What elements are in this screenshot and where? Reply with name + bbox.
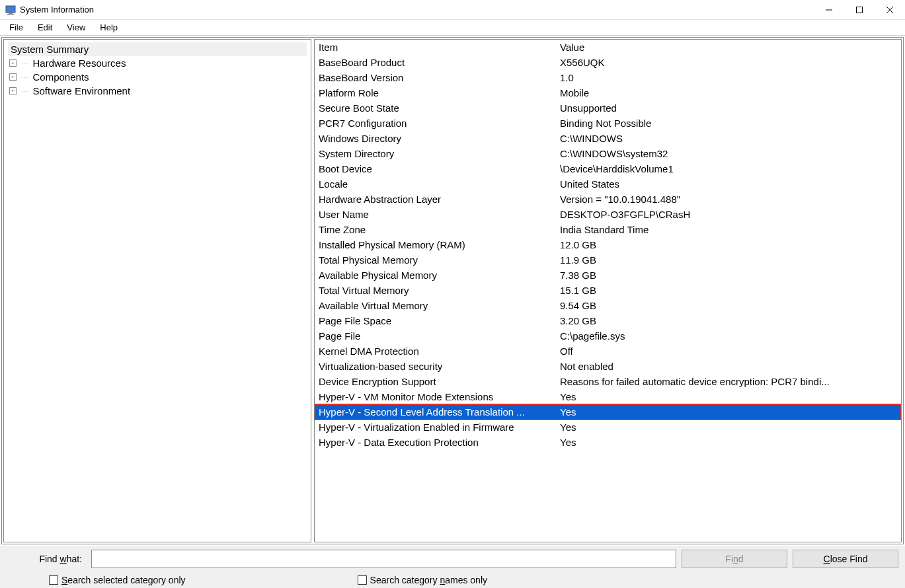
- tree-node-label: Software Environment: [33, 85, 131, 96]
- header-item[interactable]: Item: [315, 40, 556, 55]
- cell-item: BaseBoard Version: [315, 70, 556, 85]
- window-controls: [814, 0, 905, 20]
- table-row[interactable]: Boot Device\Device\HarddiskVolume1: [315, 161, 901, 176]
- tree-node[interactable]: +···Software Environment: [8, 84, 307, 98]
- cell-value: \Device\HarddiskVolume1: [556, 161, 901, 176]
- table-row[interactable]: Total Physical Memory11.9 GB: [315, 252, 901, 268]
- menu-view[interactable]: View: [60, 21, 92, 34]
- table-row[interactable]: Hyper-V - Data Execution ProtectionYes: [315, 435, 901, 450]
- maximize-button[interactable]: [844, 0, 875, 20]
- tree-node[interactable]: +···Hardware Resources: [8, 56, 307, 70]
- cell-item: Total Physical Memory: [315, 252, 556, 268]
- find-input[interactable]: [91, 550, 676, 568]
- table-row[interactable]: Device Encryption SupportReasons for fai…: [315, 374, 901, 389]
- table-row[interactable]: User NameDESKTOP-O3FGFLP\CRasH: [315, 207, 901, 222]
- tree-node[interactable]: +···Components: [8, 70, 307, 84]
- cell-item: System Directory: [315, 146, 556, 161]
- cell-value: 1.0: [556, 70, 901, 85]
- table-row[interactable]: Page File Space3.20 GB: [315, 313, 901, 328]
- table-row[interactable]: Available Virtual Memory9.54 GB: [315, 298, 901, 313]
- titlebar: System Information: [0, 0, 905, 20]
- table-row[interactable]: PCR7 ConfigurationBinding Not Possible: [315, 116, 901, 131]
- cell-item: Available Physical Memory: [315, 268, 556, 283]
- tree-node-label: Components: [33, 71, 89, 83]
- cell-item: PCR7 Configuration: [315, 116, 556, 131]
- menu-help[interactable]: Help: [93, 21, 124, 34]
- menu-file[interactable]: File: [3, 21, 30, 34]
- find-label: Find what:: [7, 554, 86, 564]
- details-pane[interactable]: Item Value BaseBoard ProductX556UQKBaseB…: [314, 39, 902, 542]
- cell-value: Mobile: [556, 85, 901, 100]
- cell-item: Installed Physical Memory (RAM): [315, 237, 556, 252]
- svg-rect-2: [7, 14, 14, 15]
- header-value[interactable]: Value: [556, 40, 901, 55]
- close-button[interactable]: [875, 0, 905, 20]
- cell-item: Page File: [315, 328, 556, 344]
- cell-item: Platform Role: [315, 85, 556, 100]
- cell-value: C:\WINDOWS\system32: [556, 146, 901, 161]
- expand-icon[interactable]: +: [9, 59, 17, 67]
- cell-value: 15.1 GB: [556, 283, 901, 298]
- table-row[interactable]: Available Physical Memory7.38 GB: [315, 268, 901, 283]
- tree-system-summary[interactable]: System Summary: [8, 42, 307, 56]
- checkbox-icon: [49, 575, 58, 585]
- table-row[interactable]: Installed Physical Memory (RAM)12.0 GB: [315, 237, 901, 252]
- window-title: System Information: [20, 5, 94, 15]
- table-row[interactable]: Secure Boot StateUnsupported: [315, 100, 901, 116]
- tree-pane[interactable]: System Summary +···Hardware Resources+··…: [3, 39, 311, 542]
- table-row[interactable]: BaseBoard ProductX556UQK: [315, 55, 901, 70]
- menu-edit[interactable]: Edit: [31, 21, 59, 34]
- table-row[interactable]: System DirectoryC:\WINDOWS\system32: [315, 146, 901, 161]
- table-row[interactable]: Time ZoneIndia Standard Time: [315, 222, 901, 237]
- close-find-button[interactable]: Close Find: [793, 550, 898, 568]
- cell-item: Hardware Abstraction Layer: [315, 192, 556, 207]
- table-row[interactable]: Hyper-V - Virtualization Enabled in Firm…: [315, 420, 901, 435]
- table-row[interactable]: Kernel DMA ProtectionOff: [315, 344, 901, 359]
- cell-item: Boot Device: [315, 161, 556, 176]
- table-row[interactable]: Hyper-V - VM Monitor Mode ExtensionsYes: [315, 389, 901, 404]
- svg-rect-1: [9, 13, 13, 14]
- table-row[interactable]: Platform RoleMobile: [315, 85, 901, 100]
- search-category-names-checkbox[interactable]: Search category names only: [358, 575, 487, 585]
- cell-item: BaseBoard Product: [315, 55, 556, 70]
- search-selected-category-checkbox[interactable]: Search selected category only: [49, 575, 186, 585]
- table-header-row[interactable]: Item Value: [315, 40, 901, 55]
- minimize-button[interactable]: [814, 0, 844, 20]
- expand-icon[interactable]: +: [9, 73, 17, 81]
- cell-value: Binding Not Possible: [556, 116, 901, 131]
- cell-value: C:\pagefile.sys: [556, 328, 901, 344]
- table-row[interactable]: Hyper-V - Second Level Address Translati…: [315, 404, 901, 420]
- table-row[interactable]: LocaleUnited States: [315, 176, 901, 192]
- cell-value: Yes: [556, 389, 901, 404]
- cell-value: X556UQK: [556, 55, 901, 70]
- cell-item: Locale: [315, 176, 556, 192]
- cell-item: Hyper-V - VM Monitor Mode Extensions: [315, 389, 556, 404]
- cell-item: Virtualization-based security: [315, 359, 556, 374]
- cell-item: Hyper-V - Second Level Address Translati…: [315, 404, 556, 420]
- cell-value: Yes: [556, 435, 901, 450]
- table-row[interactable]: Page FileC:\pagefile.sys: [315, 328, 901, 344]
- table-row[interactable]: Hardware Abstraction LayerVersion = "10.…: [315, 192, 901, 207]
- cell-item: User Name: [315, 207, 556, 222]
- cell-value: Yes: [556, 404, 901, 420]
- table-row[interactable]: BaseBoard Version1.0: [315, 70, 901, 85]
- cell-value: Yes: [556, 420, 901, 435]
- cell-value: Not enabled: [556, 359, 901, 374]
- cell-value: India Standard Time: [556, 222, 901, 237]
- app-icon: [5, 5, 16, 15]
- table-row[interactable]: Windows DirectoryC:\WINDOWS: [315, 131, 901, 146]
- expand-icon[interactable]: +: [9, 87, 17, 94]
- cell-item: Total Virtual Memory: [315, 283, 556, 298]
- table-row[interactable]: Virtualization-based securityNot enabled: [315, 359, 901, 374]
- cell-item: Available Virtual Memory: [315, 298, 556, 313]
- cell-value: 12.0 GB: [556, 237, 901, 252]
- table-row[interactable]: Total Virtual Memory15.1 GB: [315, 283, 901, 298]
- cell-value: Off: [556, 344, 901, 359]
- tree-node-label: Hardware Resources: [33, 57, 126, 69]
- cell-value: 3.20 GB: [556, 313, 901, 328]
- cell-value: DESKTOP-O3FGFLP\CRasH: [556, 207, 901, 222]
- checkbox-icon: [358, 575, 367, 585]
- cell-value: Unsupported: [556, 100, 901, 116]
- find-button[interactable]: Find: [682, 550, 787, 568]
- find-bar: Find what: Find Close Find Search select…: [0, 546, 905, 588]
